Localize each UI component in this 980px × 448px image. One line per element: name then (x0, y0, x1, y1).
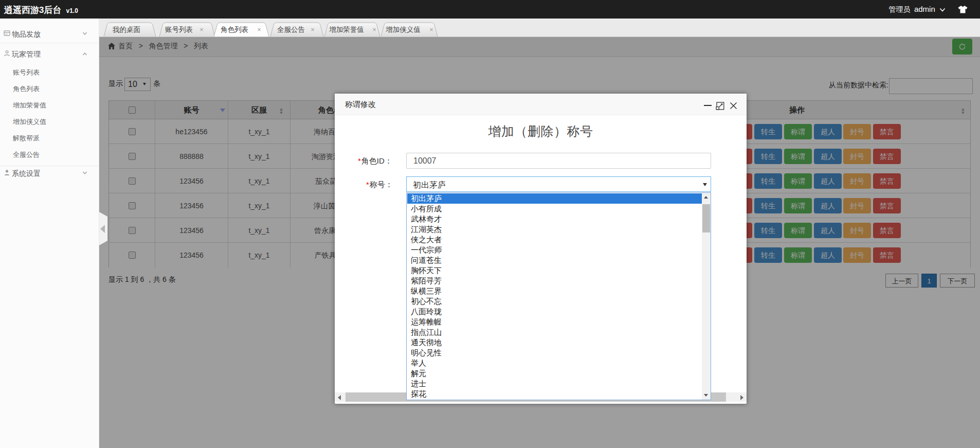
svg-text:我的桌面: 我的桌面 (112, 26, 140, 33)
svg-text:×: × (257, 26, 261, 33)
svg-text:×: × (429, 26, 433, 33)
svg-text:增加侠义值: 增加侠义值 (385, 26, 421, 33)
svg-text:×: × (372, 26, 376, 33)
svg-text:全服公告: 全服公告 (277, 26, 305, 33)
svg-text:账号列表: 账号列表 (165, 26, 193, 33)
svg-text:增加荣誉值: 增加荣誉值 (329, 26, 364, 33)
svg-text:角色列表: 角色列表 (221, 26, 248, 33)
svg-text:×: × (199, 26, 204, 33)
svg-text:×: × (311, 26, 315, 33)
